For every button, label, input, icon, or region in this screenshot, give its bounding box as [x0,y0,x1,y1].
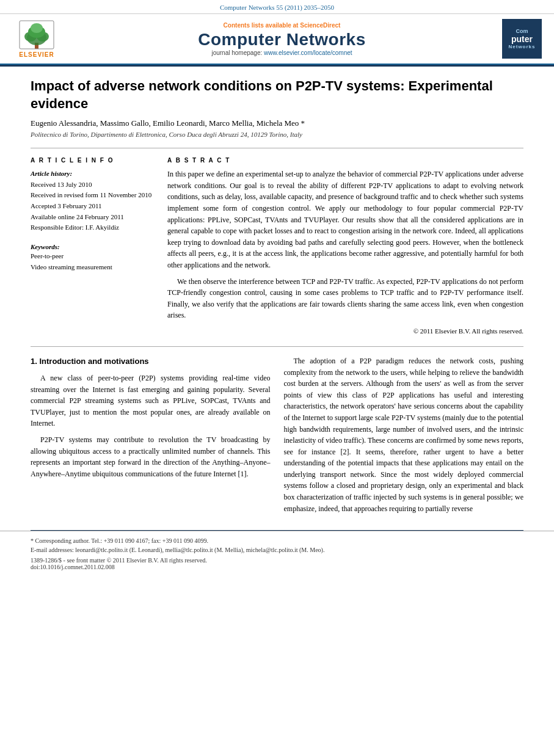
body-right-column: The adoption of a P2P paradigm reduces t… [284,355,524,519]
abstract-heading: A B S T R A C T [167,157,523,164]
homepage-url[interactable]: www.elsevier.com/locate/comnet [264,49,352,56]
footer-issn: 1389-1286/$ - see front matter © 2011 El… [31,557,523,570]
article-affiliation: Politecnico di Torino, Dipartimento di E… [31,131,523,138]
sciencedirect-line: Contents lists available at ScienceDirec… [71,22,493,29]
abstract-text: In this paper we define an experimental … [167,169,523,336]
article-title: Impact of adverse network conditions on … [31,78,523,112]
article-info-column: A R T I C L E I N F O Article history: R… [31,157,153,336]
divider-2 [31,346,523,347]
svg-point-5 [31,23,43,33]
citation-text: Computer Networks 55 (2011) 2035–2050 [220,4,334,11]
abstract-column: A B S T R A C T In this paper we define … [167,157,523,336]
article-authors: Eugenio Alessandria, Massimo Gallo, Emil… [31,118,523,128]
intro-para-right-1: The adoption of a P2P paradigm reduces t… [284,355,524,514]
journal-center: Contents lists available at ScienceDirec… [71,22,493,56]
journal-title: Computer Networks [71,30,493,49]
footnote-email: E-mail addresses: leonardi@tlc.polito.it… [31,545,523,554]
cn-logo-area: Com puter Networks [493,19,542,59]
keywords-list: Peer-to-peer Video streaming measurement [31,250,153,273]
divider-1 [31,148,523,148]
article-info-heading: A R T I C L E I N F O [31,157,153,164]
journal-homepage: journal homepage: www.elsevier.com/locat… [71,49,493,56]
elsevier-label: ELSEVIER [19,51,54,58]
article-history: Article history: Received 13 July 2010 R… [31,169,153,233]
copyright: © 2011 Elsevier B.V. All rights reserved… [167,326,523,336]
citation-bar: Computer Networks 55 (2011) 2035–2050 [0,0,554,14]
footnote-star: * Corresponding author. Tel.: +39 011 09… [31,536,523,545]
body-left-column: 1. Introduction and motivations A new cl… [31,355,271,519]
footer: * Corresponding author. Tel.: +39 011 09… [0,531,554,575]
computer-networks-logo: Com puter Networks [502,19,542,59]
section1-title: 1. Introduction and motivations [31,355,271,368]
abstract-paragraph-1: In this paper we define an experimental … [167,169,523,271]
keywords-label: Keywords: [31,243,153,250]
elsevier-logo-area: ELSEVIER [12,20,61,58]
abstract-paragraph-2: We then observe the interference between… [167,276,523,321]
intro-para-2: P2P-TV systems may contribute to revolut… [31,434,271,479]
info-abstract-row: A R T I C L E I N F O Article history: R… [31,157,523,336]
sciencedirect-link[interactable]: ScienceDirect [300,22,340,29]
intro-para-1: A new class of peer-to-peer (P2P) system… [31,373,271,429]
article-content: Impact of adverse network conditions on … [0,67,554,530]
elsevier-tree-icon [18,20,55,50]
journal-header: ELSEVIER Contents lists available at Sci… [0,14,554,65]
body-section: 1. Introduction and motivations A new cl… [31,355,523,519]
